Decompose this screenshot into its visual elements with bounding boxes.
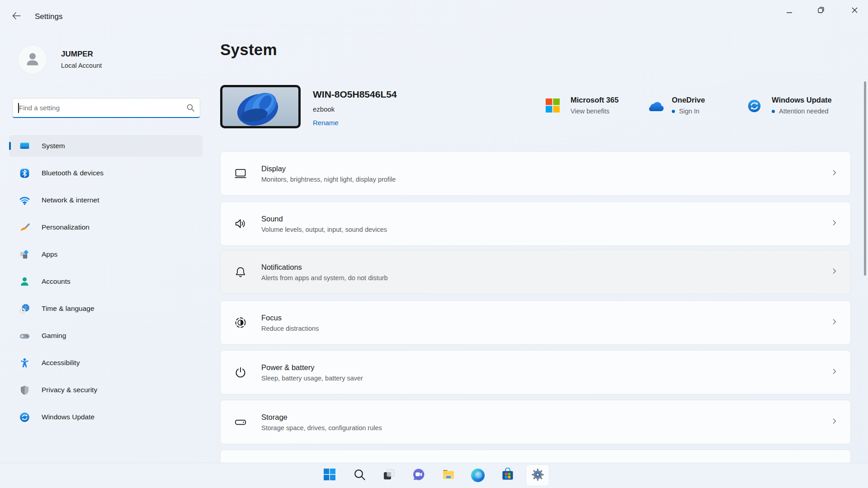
promo-onedrive[interactable]: OneDrive Sign In — [647, 96, 705, 115]
sidebar-item-windows-update[interactable]: Windows Update — [9, 406, 203, 428]
card-title: Sound — [261, 215, 387, 223]
card-title: Notifications — [261, 263, 388, 272]
user-account-type: Local Account — [61, 62, 102, 69]
network-icon — [19, 194, 30, 206]
close-button[interactable] — [841, 0, 868, 22]
sidebar-item-label: Network & internet — [42, 196, 99, 204]
user-avatar[interactable] — [18, 45, 47, 74]
status-bullet — [772, 110, 775, 113]
page-title: System — [220, 41, 277, 59]
settings-card-storage[interactable]: Storage Storage space, drives, configura… — [220, 400, 851, 444]
restore-button[interactable] — [811, 0, 831, 22]
settings-window: Settings JUMPER Local Account System — [0, 0, 868, 488]
sidebar-item-accounts[interactable]: Accounts — [9, 271, 203, 292]
windows-start-icon — [323, 468, 336, 483]
settings-card-focus[interactable]: Focus Reduce distractions — [220, 300, 851, 345]
sidebar-item-label: Accessibility — [42, 359, 80, 367]
display-icon — [234, 167, 247, 180]
settings-card-sound[interactable]: Sound Volume levels, output, input, soun… — [220, 202, 851, 246]
gear-icon — [531, 468, 545, 483]
notifications-bell-icon — [234, 265, 247, 279]
privacy-shield-icon — [19, 384, 30, 396]
card-subtitle: Alerts from apps and system, do not dist… — [261, 274, 388, 282]
taskbar: 6:54 AM 3/8/2025 3 — [0, 463, 868, 488]
user-name: JUMPER — [61, 50, 93, 59]
system-icon — [19, 140, 30, 152]
card-title: Display — [261, 164, 396, 173]
sidebar-item-time-language[interactable]: Time & language — [9, 298, 203, 319]
sidebar-item-accessibility[interactable]: Accessibility — [9, 352, 203, 374]
settings-card-notifications[interactable]: Notifications Alerts from apps and syste… — [220, 250, 851, 294]
sidebar-item-privacy-security[interactable]: Privacy & security — [9, 379, 203, 401]
card-title: Storage — [261, 413, 382, 422]
titlebar: Settings — [0, 0, 868, 23]
settings-card-power-battery[interactable]: Power & battery Sleep, battery usage, ba… — [220, 350, 851, 394]
promo-subtitle: Attention needed — [779, 108, 829, 115]
scrollbar-thumb[interactable] — [864, 81, 866, 276]
sidebar-item-label: Gaming — [42, 332, 66, 340]
device-model: ezbook — [313, 105, 335, 113]
person-icon — [24, 50, 42, 70]
windows-update-icon — [19, 411, 30, 423]
microsoft-store-icon — [501, 468, 514, 483]
search-box[interactable] — [12, 98, 200, 118]
sound-icon — [234, 217, 247, 230]
rename-link[interactable]: Rename — [313, 119, 339, 127]
chat-button[interactable] — [410, 465, 428, 486]
onedrive-cloud-icon — [647, 101, 664, 113]
accounts-icon — [19, 276, 30, 287]
restore-icon — [818, 7, 824, 15]
minimize-button[interactable] — [779, 0, 800, 22]
sidebar-item-label: Apps — [42, 250, 57, 258]
power-icon — [234, 366, 247, 379]
sidebar-item-label: Windows Update — [42, 413, 94, 421]
card-subtitle: Sleep, battery usage, battery saver — [261, 375, 363, 382]
card-title: Power & battery — [261, 363, 363, 372]
time-language-icon — [19, 303, 30, 314]
promo-subtitle: View benefits — [571, 108, 609, 115]
chevron-right-icon — [830, 418, 838, 427]
sidebar-item-personalization[interactable]: Personalization — [9, 216, 203, 238]
back-button[interactable] — [9, 9, 24, 24]
settings-app-button[interactable] — [526, 465, 549, 486]
sidebar-item-label: Privacy & security — [42, 386, 97, 394]
accessibility-icon — [19, 357, 30, 369]
app-title: Settings — [35, 12, 62, 21]
device-name: WIN-8O5H8546L54 — [313, 89, 397, 100]
sidebar-item-label: System — [42, 142, 65, 150]
promo-microsoft-365[interactable]: Microsoft 365 View benefits — [546, 96, 618, 115]
windows-update-icon — [747, 99, 762, 115]
text-caret — [18, 103, 19, 113]
chat-icon — [412, 468, 425, 483]
edge-icon — [471, 469, 485, 482]
edge-browser-button[interactable] — [469, 465, 487, 486]
file-explorer-button[interactable] — [439, 465, 458, 486]
chevron-right-icon — [830, 169, 838, 178]
storage-drive-icon — [234, 415, 247, 429]
minimize-icon — [787, 7, 792, 15]
promo-subtitle: Sign In — [679, 108, 699, 115]
sidebar-item-system[interactable]: System — [9, 135, 203, 157]
taskbar-search-button[interactable] — [350, 465, 368, 486]
status-bullet — [672, 110, 675, 113]
gaming-icon — [19, 330, 30, 342]
device-wallpaper-thumbnail — [220, 85, 301, 128]
search-icon — [354, 469, 366, 483]
sidebar-item-label: Bluetooth & devices — [42, 169, 104, 177]
start-button[interactable] — [321, 465, 339, 486]
search-icon — [187, 104, 194, 113]
sidebar-item-network-internet[interactable]: Network & internet — [9, 189, 203, 211]
sidebar-item-bluetooth-devices[interactable]: Bluetooth & devices — [9, 162, 203, 184]
sidebar-item-gaming[interactable]: Gaming — [9, 325, 203, 347]
search-input[interactable] — [19, 99, 182, 117]
microsoft-store-button[interactable] — [499, 465, 517, 486]
task-view-button[interactable] — [380, 465, 398, 486]
sidebar-item-apps[interactable]: Apps — [9, 244, 203, 265]
settings-card-display[interactable]: Display Monitors, brightness, night ligh… — [220, 151, 851, 196]
sidebar-item-label: Time & language — [42, 305, 94, 313]
card-subtitle: Volume levels, output, input, sound devi… — [261, 226, 387, 233]
promo-windows-update[interactable]: Windows Update Attention needed — [747, 96, 832, 115]
chevron-right-icon — [830, 219, 838, 229]
task-view-icon — [382, 468, 396, 483]
close-icon — [852, 7, 858, 15]
